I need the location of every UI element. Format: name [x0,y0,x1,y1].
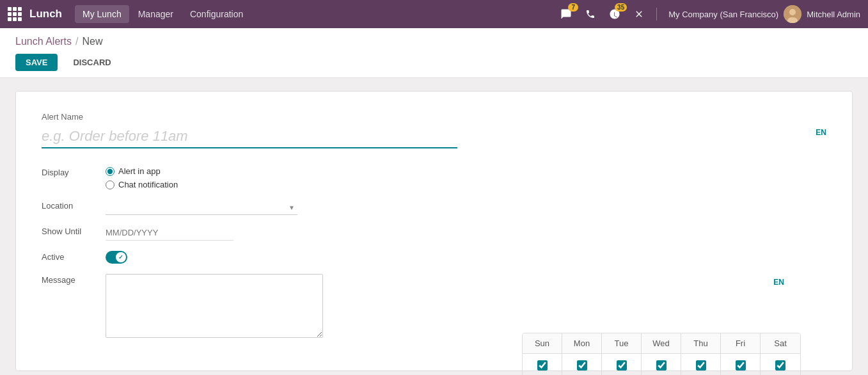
apps-grid-icon[interactable] [8,7,22,21]
day-cell-mon [562,354,602,375]
radio-alert-in-app-label: Alert in app [118,166,161,176]
alert-name-label: Alert Name [42,112,826,122]
message-en-badge: EN [773,278,784,287]
chat-badge: 7 [568,3,578,12]
nav-configuration[interactable]: Configuration [182,5,251,23]
show-until-row: Show Until [42,225,788,241]
nav-manager[interactable]: Manager [130,5,181,23]
location-label: Location [42,200,106,211]
days-grid-header: Sun Mon Tue Wed Thu Fri Sat [523,333,800,353]
day-checkbox-tue[interactable] [617,360,627,371]
day-checkbox-sat[interactable] [775,360,785,371]
topnav: Lunch My Lunch Manager Configuration 7 3… [0,0,868,28]
day-checkbox-thu[interactable] [696,360,706,371]
form-card: Alert Name EN Display Alert in ap [15,91,853,371]
nav-my-lunch[interactable]: My Lunch [75,5,129,23]
days-grid-body [523,353,800,375]
alert-name-input[interactable] [42,125,457,148]
close-icon-btn[interactable] [629,4,649,24]
active-toggle-wrapper: ✓ [106,251,788,264]
clock-badge: 35 [615,3,627,12]
day-header-tue: Tue [602,333,642,353]
location-row: Location [42,200,788,215]
day-header-mon: Mon [562,333,602,353]
day-cell-sat [761,354,800,375]
day-checkbox-mon[interactable] [577,360,587,371]
user-name: Mitchell Admin [807,10,860,19]
show-until-label: Show Until [42,225,106,236]
location-select[interactable] [106,200,297,215]
topnav-menu: My Lunch Manager Configuration [75,5,554,23]
svg-point-1 [789,9,796,15]
radio-chat-notification-label: Chat notification [118,180,178,189]
display-options: Alert in app Chat notification [106,166,788,189]
radio-chat-notification[interactable]: Chat notification [106,180,788,189]
day-header-fri: Fri [721,333,761,353]
active-toggle[interactable]: ✓ [106,251,127,264]
active-row: Active ✓ [42,251,788,264]
display-row: Display Alert in app Chat notification [42,166,788,189]
message-label: Message [42,274,106,285]
day-header-thu: Thu [681,333,721,353]
show-until-input[interactable] [106,225,233,241]
topnav-right: 7 35 My Company (San Francisco) Mitchell… [556,4,860,24]
alert-name-en-badge: EN [816,128,826,137]
app-title: Lunch [29,8,62,20]
day-checkbox-sun[interactable] [537,360,548,371]
location-select-wrapper [106,200,297,215]
day-checkbox-wed[interactable] [656,360,667,371]
save-button[interactable]: SAVE [15,54,58,71]
day-header-wed: Wed [642,333,681,353]
active-label: Active [42,251,106,262]
user-avatar[interactable] [784,5,801,23]
clock-icon-btn[interactable]: 35 [605,4,624,24]
day-cell-tue [602,354,642,375]
action-bar: SAVE DISCARD [15,54,853,77]
message-wrapper: EN [106,274,788,340]
show-until-content [106,225,788,241]
radio-alert-in-app-input[interactable] [106,167,114,176]
day-cell-fri [721,354,761,375]
day-header-sat: Sat [761,333,800,353]
radio-alert-in-app[interactable]: Alert in app [106,166,788,176]
radio-chat-notification-input[interactable] [106,180,114,189]
message-content: EN [106,274,788,340]
day-cell-thu [681,354,721,375]
display-label: Display [42,166,106,177]
day-cell-sun [523,354,562,375]
alert-name-wrapper: EN [42,125,826,148]
breadcrumb: Lunch Alerts / New [15,36,853,47]
nav-divider [656,8,657,20]
form-left: Display Alert in app Chat notification [42,166,788,350]
breadcrumb-separator: / [75,36,78,47]
chat-icon-btn[interactable]: 7 [556,4,576,24]
breadcrumb-bar: Lunch Alerts / New SAVE DISCARD [0,28,868,78]
day-checkbox-fri[interactable] [736,360,746,371]
phone-icon-btn[interactable] [581,4,600,24]
day-header-sun: Sun [523,333,562,353]
main-content: Alert Name EN Display Alert in ap [0,78,868,375]
day-cell-wed [642,354,681,375]
message-textarea[interactable] [106,274,323,338]
toggle-knob: ✓ [116,252,126,262]
days-grid: Sun Mon Tue Wed Thu Fri Sat [522,333,801,375]
toggle-check-icon: ✓ [118,254,123,260]
location-content [106,200,788,215]
alert-name-section: Alert Name EN [42,112,826,148]
breadcrumb-parent[interactable]: Lunch Alerts [15,36,72,47]
discard-button[interactable]: DISCARD [63,54,121,71]
active-content: ✓ [106,251,788,264]
company-name: My Company (San Francisco) [668,10,778,19]
message-row: Message EN [42,274,788,340]
breadcrumb-current: New [83,36,103,47]
